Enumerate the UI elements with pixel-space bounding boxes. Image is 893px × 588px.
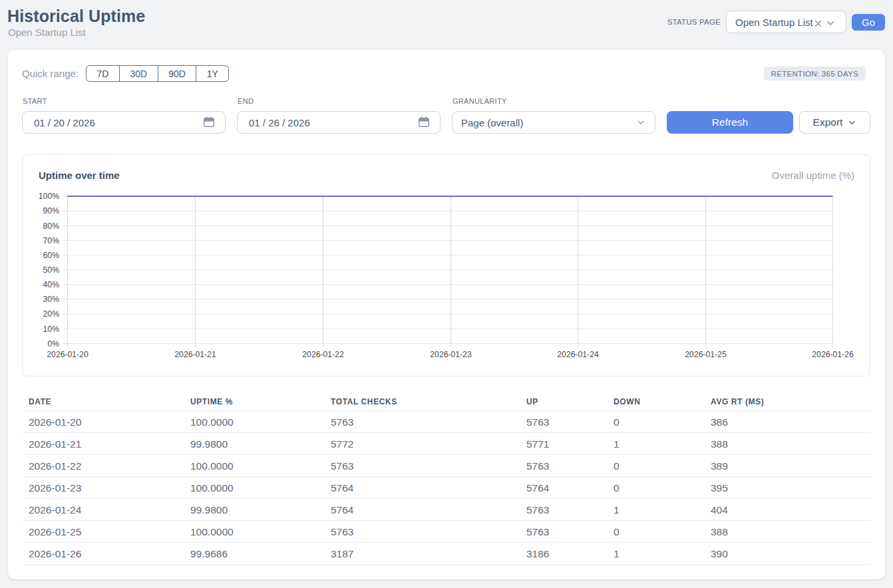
svg-text:100%: 100% (39, 192, 59, 201)
svg-text:0%: 0% (47, 339, 59, 349)
svg-text:70%: 70% (43, 236, 60, 245)
svg-text:2026-01-21: 2026-01-21 (174, 350, 216, 359)
svg-text:2026-01-26: 2026-01-26 (812, 350, 854, 359)
svg-text:10%: 10% (43, 325, 60, 334)
svg-text:50%: 50% (43, 265, 60, 275)
svg-text:20%: 20% (43, 309, 60, 319)
svg-text:60%: 60% (43, 251, 60, 260)
svg-text:90%: 90% (43, 206, 60, 216)
svg-text:40%: 40% (43, 280, 60, 289)
svg-text:2026-01-24: 2026-01-24 (557, 350, 599, 359)
svg-text:80%: 80% (43, 221, 60, 231)
svg-text:2026-01-20: 2026-01-20 (47, 350, 89, 359)
svg-text:2026-01-22: 2026-01-22 (302, 350, 344, 359)
svg-text:2026-01-23: 2026-01-23 (430, 350, 472, 359)
svg-text:2026-01-25: 2026-01-25 (685, 350, 727, 359)
svg-text:30%: 30% (43, 295, 60, 304)
